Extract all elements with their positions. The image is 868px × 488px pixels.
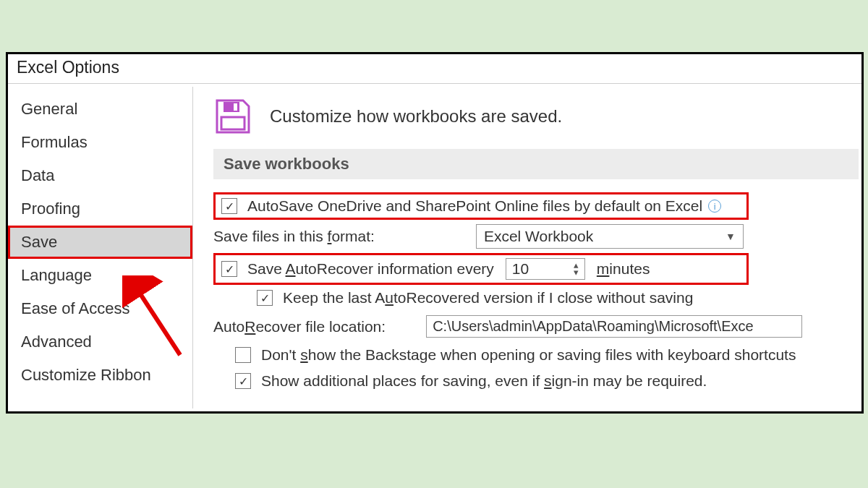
sidebar-item-advanced[interactable]: Advanced <box>8 325 192 359</box>
svg-rect-1 <box>234 103 237 111</box>
page-header: Customize how workbooks are saved. <box>213 87 861 149</box>
additional-places-row: Show additional places for saving, even … <box>213 368 861 394</box>
sidebar-item-data[interactable]: Data <box>8 159 192 192</box>
autorecover-label: Save AutoRecover information every <box>247 260 494 278</box>
backstage-row: Don't show the Backstage when opening or… <box>213 342 861 368</box>
additional-places-label: Show additional places for saving, even … <box>261 372 707 390</box>
page-header-text: Customize how workbooks are saved. <box>270 106 562 127</box>
save-format-value: Excel Workbook <box>484 228 593 245</box>
save-workbooks-panel: AutoSave OneDrive and SharePoint Online … <box>213 179 861 394</box>
options-dialog: Excel Options General Formulas Data Proo… <box>6 52 864 414</box>
backstage-checkbox[interactable] <box>235 347 251 363</box>
autosave-label: AutoSave OneDrive and SharePoint Online … <box>247 197 702 215</box>
keep-last-label: Keep the last AutoRecovered version if I… <box>283 289 693 307</box>
sidebar-item-ease-of-access[interactable]: Ease of Access <box>8 292 192 325</box>
autorecover-location-field[interactable]: C:\Users\admin\AppData\Roaming\Microsoft… <box>426 315 802 338</box>
autosave-row: AutoSave OneDrive and SharePoint Online … <box>213 192 749 220</box>
spinner-arrows-icon: ▴▾ <box>574 262 579 276</box>
sidebar-item-proofing[interactable]: Proofing <box>8 192 192 226</box>
autorecover-location-row: AutoRecover file location: C:\Users\admi… <box>213 311 861 342</box>
autorecover-minutes-value: 10 <box>512 260 529 278</box>
sidebar-item-formulas[interactable]: Formulas <box>8 126 192 159</box>
backstage-label: Don't show the Backstage when opening or… <box>261 346 796 364</box>
sidebar-item-language[interactable]: Language <box>8 259 192 292</box>
content-pane: Customize how workbooks are saved. Save … <box>193 87 861 408</box>
autosave-checkbox[interactable] <box>221 198 237 214</box>
save-format-dropdown[interactable]: Excel Workbook ▼ <box>476 224 744 249</box>
autorecover-minutes-spinner[interactable]: 10 ▴▾ <box>506 258 585 280</box>
keep-last-checkbox[interactable] <box>257 290 273 306</box>
svg-rect-2 <box>221 117 244 129</box>
additional-places-checkbox[interactable] <box>235 373 251 389</box>
save-format-row: Save files in this format: Excel Workboo… <box>213 220 861 253</box>
chevron-down-icon: ▼ <box>726 231 736 242</box>
autorecover-row: Save AutoRecover information every 10 ▴▾… <box>213 253 749 285</box>
autorecover-unit-label: minutes <box>597 260 650 278</box>
keep-last-row: Keep the last AutoRecovered version if I… <box>213 285 861 311</box>
sidebar-item-customize-ribbon[interactable]: Customize Ribbon <box>8 359 192 392</box>
save-format-label: Save files in this format: <box>213 228 375 245</box>
sidebar-item-save[interactable]: Save <box>8 226 192 259</box>
autorecover-checkbox[interactable] <box>221 261 237 277</box>
section-title-save-workbooks: Save workbooks <box>213 149 859 179</box>
floppy-disk-icon <box>213 97 252 136</box>
autorecover-location-label: AutoRecover file location: <box>213 318 386 335</box>
category-sidebar: General Formulas Data Proofing Save Lang… <box>8 87 193 408</box>
sidebar-item-general[interactable]: General <box>8 93 192 126</box>
window-title: Excel Options <box>8 54 861 83</box>
dialog-body: General Formulas Data Proofing Save Lang… <box>8 83 861 408</box>
info-icon[interactable]: i <box>708 200 721 213</box>
